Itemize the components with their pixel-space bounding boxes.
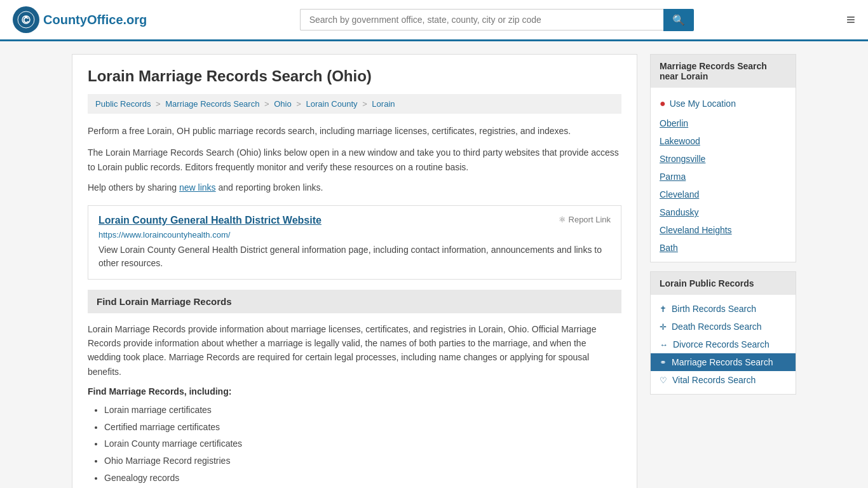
resource-description: View Lorain County General Health Distri… (98, 243, 611, 270)
public-records-item[interactable]: ✝Birth Records Search (651, 300, 796, 318)
nearby-section-body: ● Use My Location OberlinLakewoodStrongs… (651, 88, 796, 262)
find-description: Lorain Marriage Records provide informat… (88, 322, 621, 379)
nearby-city-link[interactable]: Parma (651, 168, 796, 186)
logo-area: C CountyOffice.org (13, 6, 147, 33)
breadcrumb-sep1: > (156, 99, 163, 109)
intro-text-1: Perform a free Lorain, OH public marriag… (88, 124, 621, 138)
list-item: Lorain marriage certificates (104, 402, 621, 419)
nearby-city-link[interactable]: Sandusky (651, 203, 796, 221)
breadcrumb-sep2: > (264, 99, 271, 109)
list-item: Certified marriage certificates (104, 419, 621, 436)
resource-link[interactable]: Lorain County General Health District We… (98, 215, 322, 226)
sidebar: Marriage Records Search near Lorain ● Us… (650, 54, 796, 488)
intro-text-2: The Lorain Marriage Records Search (Ohio… (88, 146, 621, 174)
breadcrumb-lorain-county[interactable]: Lorain County (306, 99, 358, 109)
public-records-header: Lorain Public Records (651, 272, 796, 295)
record-type-icon: ♡ (660, 376, 667, 385)
breadcrumb-lorain[interactable]: Lorain (372, 99, 395, 109)
search-icon: 🔍 (672, 15, 685, 25)
report-icon: ⚛ (559, 215, 566, 224)
record-type-label: Vital Records Search (672, 375, 756, 385)
list-item: Genealogy records (104, 470, 621, 487)
new-links-link[interactable]: new links (179, 182, 216, 193)
find-list: Lorain marriage certificatesCertified ma… (88, 402, 621, 486)
public-records-item[interactable]: ↔Divorce Records Search (651, 336, 796, 353)
nearby-city-link[interactable]: Lakewood (651, 132, 796, 150)
resource-card: Lorain County General Health District We… (88, 205, 621, 280)
nearby-city-link[interactable]: Strongsville (651, 150, 796, 168)
public-records-item[interactable]: ✛Death Records Search (651, 318, 796, 336)
public-records-item[interactable]: ♡Vital Records Search (651, 371, 796, 389)
menu-icon[interactable]: ≡ (846, 11, 855, 29)
list-item: Ohio Marriage Record registries (104, 452, 621, 470)
record-type-label: Divorce Records Search (673, 339, 770, 349)
intro-text-3: Help others by sharing new links and rep… (88, 180, 621, 194)
find-section-header: Find Lorain Marriage Records (88, 290, 621, 313)
location-icon: ● (660, 98, 666, 109)
breadcrumb-public-records[interactable]: Public Records (95, 99, 151, 109)
content-area: Lorain Marriage Records Search (Ohio) Pu… (72, 54, 637, 488)
record-type-icon: ✛ (660, 322, 667, 332)
logo-text: CountyOffice.org (43, 13, 147, 27)
intro3-prefix: Help others by sharing (88, 182, 179, 193)
nearby-city-link[interactable]: Oberlin (651, 114, 796, 132)
resource-url: https://www.loraincountyhealth.com/ (98, 230, 611, 240)
breadcrumb-sep4: > (362, 99, 369, 109)
nearby-city-link[interactable]: Bath (651, 239, 796, 257)
record-type-label: Marriage Records Search (672, 357, 773, 367)
svg-point-3 (25, 16, 27, 18)
record-type-icon: ✝ (660, 304, 667, 314)
record-type-label: Birth Records Search (672, 304, 756, 314)
public-records-body: ✝Birth Records Search✛Death Records Sear… (651, 295, 796, 394)
nearby-cities-list: OberlinLakewoodStrongsvilleParmaClevelan… (651, 114, 796, 257)
find-list-header: Find Marriage Records, including: (88, 386, 621, 396)
page-title: Lorain Marriage Records Search (Ohio) (88, 67, 621, 85)
intro3-suffix: and reporting broken links. (216, 182, 323, 193)
report-link[interactable]: ⚛ Report Link (559, 215, 611, 224)
logo-icon: C (13, 6, 39, 33)
list-item: Lorain County marriage certificates (104, 435, 621, 452)
record-type-label: Death Records Search (672, 322, 762, 332)
breadcrumb-marriage-records[interactable]: Marriage Records Search (165, 99, 259, 109)
search-button[interactable]: 🔍 (663, 9, 694, 31)
main-container: Lorain Marriage Records Search (Ohio) Pu… (59, 41, 809, 488)
breadcrumb-sep3: > (296, 99, 303, 109)
search-input[interactable] (300, 9, 663, 30)
nearby-city-link[interactable]: Cleveland Heights (651, 221, 796, 239)
nearby-section: Marriage Records Search near Lorain ● Us… (650, 54, 796, 262)
use-location[interactable]: ● Use My Location (651, 93, 796, 114)
record-type-icon: ⚭ (660, 358, 667, 367)
resource-header: Lorain County General Health District We… (98, 215, 611, 226)
public-records-section: Lorain Public Records ✝Birth Records Sea… (650, 271, 796, 395)
breadcrumb-ohio[interactable]: Ohio (274, 99, 291, 109)
breadcrumb: Public Records > Marriage Records Search… (88, 94, 621, 114)
use-location-label: Use My Location (670, 98, 736, 109)
header: C CountyOffice.org 🔍 ≡ (0, 0, 868, 41)
nearby-section-header: Marriage Records Search near Lorain (651, 55, 796, 88)
record-type-icon: ↔ (660, 340, 668, 349)
nearby-city-link[interactable]: Cleveland (651, 186, 796, 203)
resource-title: Lorain County General Health District We… (98, 215, 322, 226)
report-label: Report Link (569, 215, 611, 224)
public-records-item[interactable]: ⚭Marriage Records Search (651, 353, 796, 371)
search-area: 🔍 (300, 9, 694, 31)
